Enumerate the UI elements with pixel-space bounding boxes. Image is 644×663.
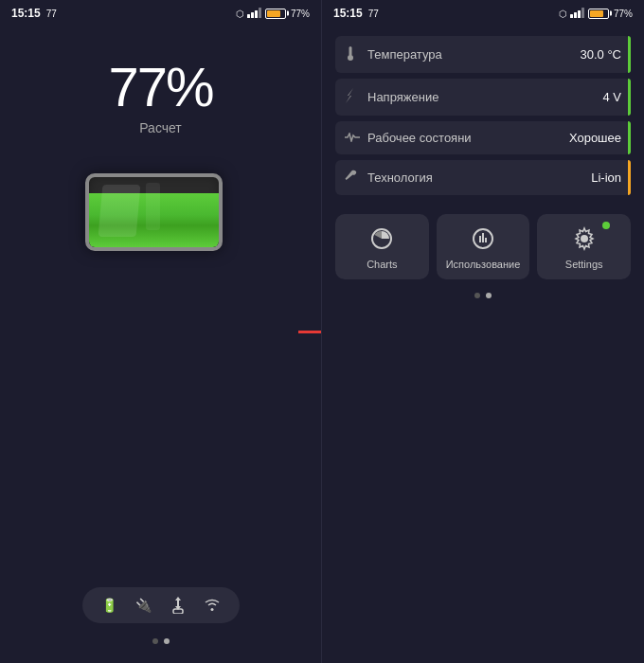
- left-battery-fill: [267, 10, 280, 17]
- wrench-icon: [345, 170, 360, 186]
- health-row: Рабочее состояни Хорошее: [335, 121, 631, 154]
- health-indicator: [628, 121, 631, 154]
- svg-rect-0: [247, 14, 250, 18]
- charts-label: Charts: [367, 259, 397, 270]
- page-dots-left: [152, 638, 170, 644]
- temperature-indicator: [628, 36, 631, 73]
- bluetooth-icon: ⬡: [236, 9, 244, 19]
- technology-row: Технология Li-ion: [335, 160, 631, 195]
- settings-icon: [569, 224, 599, 254]
- usage-button[interactable]: Использование: [437, 214, 530, 279]
- svg-rect-11: [349, 52, 351, 58]
- battery-graphic: [85, 173, 237, 268]
- right-status-bar: 15:15 77 ⬡ 77%: [322, 0, 644, 27]
- thermometer-icon: [345, 45, 360, 63]
- signal-icon: [247, 8, 262, 20]
- svg-rect-8: [581, 8, 584, 18]
- temperature-row: Температура 30.0 °C: [335, 36, 631, 73]
- svg-rect-3: [259, 8, 261, 18]
- svg-rect-5: [570, 14, 573, 18]
- control-icons-row: 🔋 🔌: [82, 587, 240, 623]
- right-bluetooth-icon: ⬡: [559, 9, 567, 19]
- dot-2: [164, 638, 170, 644]
- settings-label: Settings: [565, 259, 603, 270]
- svg-rect-6: [574, 12, 577, 18]
- battery-shine2: [146, 183, 160, 230]
- technology-label: Технология: [367, 170, 583, 185]
- left-battery-icon: [265, 9, 286, 19]
- svg-rect-7: [578, 10, 581, 18]
- left-main-content: 77% Расчет: [0, 27, 321, 587]
- right-signal-strength: 77: [368, 9, 379, 19]
- voltage-value: 4 V: [602, 90, 621, 104]
- right-status-icons: ⬡ 77%: [559, 8, 633, 20]
- left-status-bar: 15:15 77 ⬡ 77%: [0, 0, 321, 27]
- left-phone-panel: 15:15 77 ⬡ 77% 77% Расчет: [0, 0, 322, 663]
- svg-point-18: [581, 235, 588, 242]
- svg-rect-2: [255, 10, 258, 18]
- battery-body: [85, 173, 223, 251]
- right-time: 15:15: [333, 7, 363, 20]
- page-dots-right: [335, 279, 631, 308]
- wifi-icon: [202, 595, 223, 616]
- svg-rect-4: [173, 609, 183, 614]
- svg-rect-15: [479, 236, 481, 242]
- health-value: Хорошее: [569, 131, 621, 145]
- dot-1: [152, 638, 158, 644]
- right-battery-fill: [590, 10, 603, 17]
- action-buttons: Charts Использование: [335, 214, 631, 279]
- voltage-label: Напряжение: [367, 90, 595, 104]
- charts-button[interactable]: Charts: [335, 214, 429, 279]
- usage-label: Использование: [446, 259, 521, 270]
- right-dot-2: [486, 293, 492, 298]
- right-battery-icon: [588, 9, 609, 19]
- technology-value: Li-ion: [591, 170, 621, 185]
- left-battery-label: 77%: [291, 9, 310, 19]
- left-status-icons: ⬡ 77%: [236, 8, 310, 20]
- navigation-arrow: [298, 325, 322, 338]
- bottom-controls: 🔋 🔌: [0, 587, 321, 663]
- temperature-value: 30.0 °C: [580, 47, 621, 62]
- usage-icon: [468, 224, 498, 254]
- voltage-indicator: [628, 79, 631, 116]
- usb-icon: [168, 595, 188, 616]
- health-label: Рабочее состояни: [367, 131, 562, 145]
- voltage-row: Напряжение 4 V: [335, 79, 631, 116]
- temperature-label: Температура: [367, 47, 572, 62]
- right-phone-panel: 15:15 77 ⬡ 77%: [322, 0, 644, 663]
- svg-rect-16: [482, 233, 484, 242]
- settings-button[interactable]: Settings: [537, 214, 631, 279]
- red-arrow: [298, 325, 322, 338]
- battery-green-icon: 🔋: [99, 595, 120, 616]
- technology-indicator: [628, 160, 631, 195]
- svg-marker-12: [346, 88, 353, 103]
- svg-rect-1: [251, 12, 254, 18]
- settings-notification-dot: [602, 222, 610, 229]
- battery-shine: [98, 185, 140, 237]
- left-time: 15:15: [11, 7, 41, 20]
- arrow-line: [298, 331, 322, 333]
- battery-subtitle: Расчет: [139, 120, 182, 135]
- charts-icon: [367, 224, 397, 254]
- info-rows: Температура 30.0 °C Напряжение 4 V: [335, 36, 631, 199]
- right-dot-1: [474, 293, 480, 298]
- svg-rect-17: [485, 238, 487, 242]
- battery-percentage: 77%: [108, 55, 212, 118]
- right-signal-icon: [570, 8, 585, 20]
- plug-icon: 🔌: [134, 595, 154, 616]
- left-signal-strength: 77: [46, 9, 57, 19]
- right-battery-label: 77%: [614, 9, 633, 19]
- pulse-icon: [345, 131, 360, 145]
- lightning-icon: [345, 88, 360, 106]
- right-main-content: Температура 30.0 °C Напряжение 4 V: [322, 27, 644, 663]
